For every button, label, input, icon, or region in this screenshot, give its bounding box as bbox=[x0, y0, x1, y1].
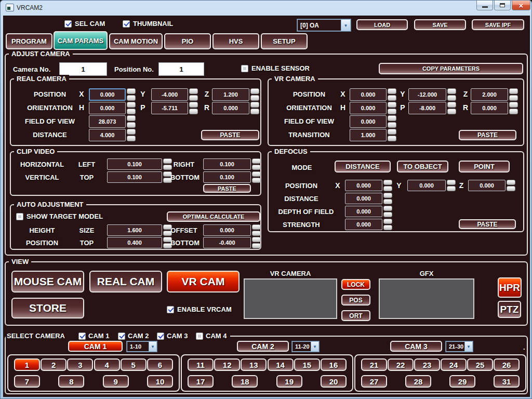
position-no-input[interactable]: 1 bbox=[158, 62, 204, 76]
vr-transition-input[interactable]: 1.000 bbox=[350, 129, 387, 141]
real-orientation-p-spinner[interactable] bbox=[189, 102, 198, 114]
cam2-range-dropdown[interactable]: 11-20 ▾ bbox=[292, 341, 319, 352]
auto-bottom-input[interactable]: -0.400 bbox=[203, 237, 251, 248]
real-orientation-h-input[interactable]: 0.000 bbox=[89, 102, 126, 114]
thumbnail-checkbox[interactable] bbox=[123, 20, 130, 28]
camera-number-button[interactable]: 9 bbox=[103, 375, 129, 388]
real-position-z-input[interactable]: 1.200 bbox=[212, 88, 249, 101]
tab-cam-params[interactable]: CAM PARAMS bbox=[54, 31, 108, 50]
defocus-depth-of-field-spinner[interactable] bbox=[383, 206, 392, 217]
camera-number-button[interactable]: 20 bbox=[321, 375, 347, 388]
camera-number-button[interactable]: 25 bbox=[467, 358, 493, 371]
camera-number-button[interactable]: 12 bbox=[214, 358, 240, 371]
camera-number-button[interactable]: 3 bbox=[67, 358, 93, 371]
tab-cam-motion[interactable]: CAM MOTION bbox=[109, 33, 163, 49]
auto-size-input[interactable]: 1.600 bbox=[107, 224, 162, 236]
vr-orientation-p-input[interactable]: -8.000 bbox=[408, 102, 446, 114]
vr-orientation-p-spinner[interactable] bbox=[447, 102, 456, 114]
chevron-down-icon[interactable]: ▾ bbox=[149, 342, 156, 351]
real-position-x-spinner[interactable] bbox=[127, 88, 136, 101]
real-position-y-input[interactable]: -4.000 bbox=[151, 88, 188, 101]
clip-bottom-spinner[interactable] bbox=[252, 171, 261, 183]
defocus-depth-of-field-input[interactable]: 0.000 bbox=[345, 206, 382, 217]
defocus-position-y-spinner[interactable] bbox=[447, 180, 456, 191]
defocus-mode-distance-button[interactable]: DISTANCE bbox=[335, 161, 391, 172]
chevron-down-icon[interactable]: ▾ bbox=[311, 342, 318, 351]
vr-position-z-input[interactable]: 2.000 bbox=[471, 88, 508, 101]
camera-number-button[interactable]: 18 bbox=[232, 375, 258, 388]
camera-number-button[interactable]: 7 bbox=[14, 375, 40, 388]
pos-button[interactable]: POS bbox=[341, 295, 370, 305]
camera-number-button[interactable]: 13 bbox=[241, 358, 267, 371]
real-distance-input[interactable]: 4.000 bbox=[89, 129, 126, 141]
cam2-checkbox[interactable] bbox=[118, 332, 125, 340]
camera-number-button[interactable]: 1 bbox=[14, 358, 40, 371]
camera-number-button[interactable]: 29 bbox=[449, 375, 475, 388]
camera-number-button[interactable]: 21 bbox=[361, 358, 387, 371]
real-orientation-r-spinner[interactable] bbox=[250, 102, 259, 114]
defocus-position-x-input[interactable]: 0.000 bbox=[345, 180, 382, 191]
cam3-checkbox[interactable] bbox=[157, 332, 164, 340]
enable-vrcam-checkbox[interactable] bbox=[167, 306, 174, 313]
cam1-checkbox[interactable] bbox=[78, 332, 86, 340]
tab-setup[interactable]: SETUP bbox=[261, 33, 308, 49]
camera-number-button[interactable]: 5 bbox=[121, 358, 147, 371]
vr-orientation-r-input[interactable]: 0.000 bbox=[471, 102, 508, 114]
real-orientation-h-spinner[interactable] bbox=[127, 102, 136, 114]
copy-parameters-button[interactable]: COPY PARAMETERS bbox=[379, 63, 523, 74]
real-fov-input[interactable]: 28.073 bbox=[89, 115, 126, 128]
lock-button[interactable]: LOCK bbox=[341, 279, 370, 290]
clip-paste-button[interactable]: PASTE bbox=[203, 184, 251, 193]
minimize-button[interactable] bbox=[476, 1, 493, 10]
chevron-down-icon[interactable]: ▾ bbox=[464, 342, 472, 351]
save-ipf-button[interactable]: SAVE IPF bbox=[472, 19, 524, 30]
cam4-checkbox[interactable] bbox=[196, 332, 203, 340]
auto-offset-input[interactable]: 0.000 bbox=[203, 224, 251, 236]
real-distance-spinner[interactable] bbox=[127, 129, 136, 141]
vr-orientation-h-spinner[interactable] bbox=[388, 102, 396, 114]
ptz-button[interactable]: PTZ bbox=[498, 301, 521, 318]
enable-sensor-checkbox[interactable] bbox=[241, 65, 248, 72]
real-position-z-spinner[interactable] bbox=[250, 88, 259, 101]
clip-left-input[interactable]: 0.100 bbox=[107, 158, 162, 170]
camera-number-button[interactable]: 31 bbox=[494, 375, 520, 388]
store-button[interactable]: STORE bbox=[11, 298, 84, 318]
cam1-range-dropdown[interactable]: 1-10 ▾ bbox=[127, 341, 157, 352]
load-button[interactable]: LOAD bbox=[356, 19, 408, 30]
cam3-range-dropdown[interactable]: 21-30 ▾ bbox=[446, 341, 473, 352]
real-fov-spinner[interactable] bbox=[127, 115, 136, 128]
camera-number-button[interactable]: 2 bbox=[41, 358, 66, 371]
auto-top-input[interactable]: 0.400 bbox=[107, 237, 162, 248]
cam1-bank-button[interactable]: CAM 1 bbox=[68, 341, 123, 352]
close-button[interactable]: × bbox=[512, 1, 530, 10]
preset-dropdown[interactable]: [0] OA ▾ bbox=[297, 19, 351, 31]
optimal-calculate-button[interactable]: OPTIMAL CALCULATE bbox=[167, 211, 260, 222]
defocus-mode-point-button[interactable]: POINT bbox=[459, 161, 510, 172]
mouse-cam-button[interactable]: MOUSE CAM bbox=[11, 271, 84, 292]
real-orientation-p-input[interactable]: -5.711 bbox=[151, 102, 188, 114]
cam3-bank-button[interactable]: CAM 3 bbox=[390, 341, 442, 352]
defocus-strength-spinner[interactable] bbox=[383, 219, 392, 230]
tab-hvs[interactable]: HVS bbox=[212, 33, 259, 49]
maximize-button[interactable] bbox=[494, 1, 511, 10]
defocus-position-z-input[interactable]: 0.000 bbox=[468, 180, 506, 191]
vr-cam-button[interactable]: VR CAM bbox=[167, 271, 240, 292]
vr-fov-input[interactable]: 0.000 bbox=[350, 115, 387, 128]
defocus-paste-button[interactable]: PASTE bbox=[459, 219, 516, 229]
chevron-down-icon[interactable]: ▾ bbox=[341, 20, 350, 31]
camera-number-button[interactable]: 26 bbox=[494, 358, 520, 371]
hpr-button[interactable]: HPR bbox=[498, 277, 522, 298]
real-cam-button[interactable]: REAL CAM bbox=[89, 271, 162, 292]
camera-number-button[interactable]: 10 bbox=[147, 375, 173, 388]
vr-orientation-h-input[interactable]: 0.000 bbox=[350, 102, 387, 114]
defocus-distance-input[interactable]: 0.000 bbox=[345, 193, 382, 204]
defocus-position-z-spinner[interactable] bbox=[507, 180, 515, 191]
defocus-strength-input[interactable]: 0.000 bbox=[345, 219, 382, 230]
camera-number-button[interactable]: 23 bbox=[414, 358, 440, 371]
vr-position-z-spinner[interactable] bbox=[509, 88, 518, 101]
clip-right-input[interactable]: 0.100 bbox=[203, 158, 251, 170]
camera-number-button[interactable]: 16 bbox=[321, 358, 347, 371]
camera-no-input[interactable]: 1 bbox=[59, 62, 107, 76]
cam2-bank-button[interactable]: CAM 2 bbox=[237, 341, 289, 352]
camera-number-button[interactable]: 17 bbox=[188, 375, 214, 388]
